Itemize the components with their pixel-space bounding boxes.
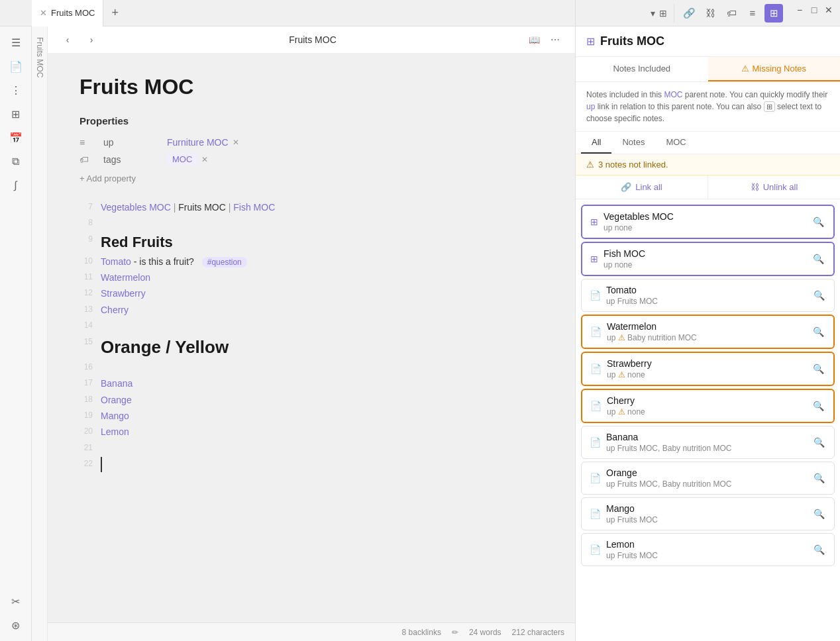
note-search-button[interactable]: 🔍 <box>812 325 825 338</box>
add-tab-button[interactable]: + <box>103 6 127 20</box>
note-search-button[interactable]: 🔍 <box>812 252 825 266</box>
note-search-button[interactable]: 🔍 <box>812 436 826 449</box>
warning-icon: ⚠ <box>618 333 625 342</box>
note-name: Banana <box>606 432 807 442</box>
editor-content[interactable]: Fruits MOC Properties ≡ up Furniture MOC… <box>48 54 575 622</box>
sidebar-blocks[interactable]: ⊞ <box>5 103 26 124</box>
tab-notes-included[interactable]: Notes Included <box>576 57 708 81</box>
note-item-strawberry[interactable]: 📄Strawberryup ⚠ none🔍 <box>581 352 835 386</box>
cherry-link[interactable]: Cherry <box>101 305 129 315</box>
note-name: Fish MOC <box>604 248 806 259</box>
note-item-banana[interactable]: 📄Bananaup Fruits MOC, Baby nutrition MOC… <box>581 426 835 459</box>
sidebar-toggle[interactable]: ☰ <box>5 32 26 53</box>
tag-icon[interactable]: 🏷 <box>722 4 741 23</box>
subtab-all[interactable]: All <box>581 132 611 154</box>
word-count: 24 words <box>469 628 501 637</box>
note-item-fish-moc[interactable]: ⊞Fish MOCup none🔍 <box>581 242 835 276</box>
lemon-link[interactable]: Lemon <box>101 426 129 437</box>
vegetables-moc-link[interactable]: Vegetables MOC <box>101 202 171 213</box>
note-type-icon: 📄 <box>590 509 601 519</box>
sidebar-plugin[interactable]: ⊛ <box>5 615 26 636</box>
maximize-button[interactable]: □ <box>808 4 820 16</box>
note-item-watermelon[interactable]: 📄Watermelonup ⚠ Baby nutrition MOC🔍 <box>581 315 835 349</box>
note-item-orange[interactable]: 📄Orangeup Fruits MOC, Baby nutrition MOC… <box>581 462 835 495</box>
add-property-button[interactable]: + Add property <box>79 173 543 183</box>
app-top-bar: ✕ Fruits MOC + ▾ ⊞ 🔗 ⛓ 🏷 ≡ ⊞ − □ ✕ <box>0 0 840 26</box>
subtab-moc[interactable]: MOC <box>655 132 696 154</box>
chain-icon[interactable]: ⛓ <box>701 4 719 23</box>
editor-main: ‹ › Fruits MOC 📖 ⋯ Fruits MOC Properties <box>48 26 575 641</box>
link-icon: 🔗 <box>621 182 631 192</box>
strawberry-link[interactable]: Strawberry <box>101 288 146 299</box>
meta-value: Fruits MOC, Baby nutrition MOC <box>617 479 732 489</box>
list-icon[interactable]: ≡ <box>743 4 762 23</box>
note-item-tomato[interactable]: 📄Tomatoup Fruits MOC🔍 <box>581 279 835 312</box>
meta-value: Baby nutrition MOC <box>627 333 697 342</box>
note-item-lemon[interactable]: 📄Lemonup Fruits MOC🔍 <box>581 533 835 566</box>
line-row: 12 Strawberry <box>79 285 543 301</box>
note-search-button[interactable]: 🔍 <box>812 399 825 413</box>
layout-toggle-icon[interactable]: ⊞ <box>659 8 667 19</box>
note-search-button[interactable]: 🔍 <box>812 543 826 556</box>
desc-moc-link[interactable]: MOC <box>664 90 682 99</box>
remove-moc-tag[interactable]: ✕ <box>201 155 208 164</box>
close-button[interactable]: ✕ <box>823 4 835 16</box>
moc-icon-active[interactable]: ⊞ <box>764 4 783 23</box>
minimize-button[interactable]: − <box>794 4 806 16</box>
note-search-button[interactable]: 🔍 <box>812 289 826 302</box>
tab-close-icon[interactable]: ✕ <box>40 8 47 18</box>
sidebar-graph[interactable]: ⋮ <box>5 79 26 101</box>
editor-title: Fruits MOC <box>106 34 519 45</box>
note-meta: up ⚠ Baby nutrition MOC <box>607 333 806 342</box>
note-name: Lemon <box>606 539 807 550</box>
link-all-button[interactable]: 🔗 Link all <box>576 175 708 199</box>
note-name: Watermelon <box>607 321 806 332</box>
red-fruits-heading: Red Fruits <box>101 234 173 250</box>
property-key-tags: tags <box>103 154 156 165</box>
note-item-vegetables-moc[interactable]: ⊞Vegetables MOCup none🔍 <box>581 205 835 239</box>
note-item-mango[interactable]: 📄Mangoup Fruits MOC🔍 <box>581 497 835 530</box>
desc-up-link[interactable]: up <box>586 102 595 111</box>
reading-mode-button[interactable]: 📖 <box>525 30 543 49</box>
unlink-all-button[interactable]: ⛓ Unlink all <box>708 175 840 199</box>
sidebar-tools[interactable]: ✂ <box>5 591 26 612</box>
note-meta: up Fruits MOC <box>606 551 807 560</box>
note-search-button[interactable]: 🔍 <box>812 362 825 375</box>
line-row: 20 Lemon <box>79 424 543 440</box>
tomato-link[interactable]: Tomato <box>101 256 131 267</box>
fish-moc-link[interactable]: Fish MOC <box>233 202 275 213</box>
note-type-icon: 📄 <box>590 401 602 411</box>
meta-value: Fruits MOC <box>617 297 658 306</box>
mango-link[interactable]: Mango <box>101 411 129 421</box>
active-tab[interactable]: ✕ Fruits MOC <box>32 0 103 26</box>
note-meta: up Fruits MOC <box>606 297 807 306</box>
note-search-button[interactable]: 🔍 <box>812 471 826 485</box>
meta-value: none <box>615 223 633 232</box>
banana-link[interactable]: Banana <box>101 378 132 389</box>
watermelon-link[interactable]: Watermelon <box>101 272 150 283</box>
subtab-notes[interactable]: Notes <box>611 132 655 154</box>
link-icon[interactable]: 🔗 <box>680 4 698 23</box>
sidebar-copy[interactable]: ⧉ <box>5 151 26 172</box>
back-button[interactable]: ‹ <box>58 30 77 49</box>
remove-furniture-moc[interactable]: ✕ <box>233 138 239 147</box>
note-info: Orangeup Fruits MOC, Baby nutrition MOC <box>606 468 807 489</box>
property-value-up: Furniture MOC ✕ <box>167 137 239 148</box>
sidebar-calendar[interactable]: 📅 <box>5 127 26 148</box>
note-search-button[interactable]: 🔍 <box>812 215 825 228</box>
orange-link[interactable]: Orange <box>101 395 132 405</box>
dropdown-icon[interactable]: ▾ <box>651 8 655 19</box>
tomato-text: - is this a fruit? <box>134 256 194 267</box>
furniture-moc-link[interactable]: Furniture MOC <box>167 137 229 148</box>
note-name: Strawberry <box>607 358 806 369</box>
note-item-cherry[interactable]: 📄Cherryup ⚠ none🔍 <box>581 389 835 423</box>
more-menu-button[interactable]: ⋯ <box>546 30 564 49</box>
forward-button[interactable]: › <box>82 30 101 49</box>
left-sidebar: ☰ 📄 ⋮ ⊞ 📅 ⧉ ∫ ✂ ⊛ <box>0 26 32 641</box>
note-search-button[interactable]: 🔍 <box>812 507 826 520</box>
note-name: Tomato <box>606 285 807 295</box>
sidebar-code[interactable]: ∫ <box>5 175 26 196</box>
tab-missing-notes[interactable]: ⚠ Missing Notes <box>708 57 841 81</box>
sidebar-new-file[interactable]: 📄 <box>5 56 26 77</box>
right-panel: ⊞ Fruits MOC Notes Included ⚠ Missing No… <box>575 26 840 641</box>
